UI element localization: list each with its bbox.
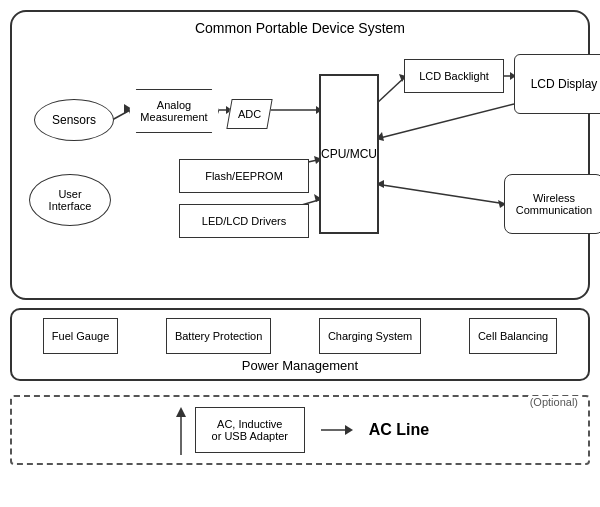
cpu-mcu-box: CPU/MCU (319, 74, 379, 234)
flash-eeprom-box: Flash/EEPROM (179, 159, 309, 193)
optional-box: (Optional) AC, Inductive or USB Adapter … (10, 395, 590, 465)
svg-line-0 (112, 109, 132, 120)
svg-line-14 (376, 104, 514, 139)
optional-inner: AC, Inductive or USB Adapter AC Line (24, 405, 576, 455)
arrow-to-ac-svg (317, 415, 357, 445)
svg-line-10 (376, 76, 406, 104)
power-management-box: Fuel Gauge Battery Protection Charging S… (10, 308, 590, 381)
wireless-communication-box: Wireless Communication (504, 174, 600, 234)
system-box: Common Portable Device System (10, 10, 590, 300)
up-arrow-svg (171, 405, 191, 455)
cell-balancing-box: Cell Balancing (469, 318, 557, 354)
lcd-backlight-box: LCD Backlight (404, 59, 504, 93)
svg-line-16 (376, 184, 506, 204)
power-items-row: Fuel Gauge Battery Protection Charging S… (22, 318, 578, 354)
adc-box: ADC (229, 99, 270, 129)
svg-marker-22 (345, 425, 353, 435)
fuel-gauge-box: Fuel Gauge (43, 318, 118, 354)
led-lcd-drivers-box: LED/LCD Drivers (179, 204, 309, 238)
ac-line-text: AC Line (369, 421, 429, 439)
charging-system-box: Charging System (319, 318, 421, 354)
system-title: Common Portable Device System (24, 20, 576, 36)
svg-marker-20 (176, 407, 186, 417)
battery-protection-box: Battery Protection (166, 318, 271, 354)
user-interface-box: User Interface (29, 174, 111, 226)
analog-measurement-box: Analog Measurement (129, 89, 219, 133)
system-diagram: Sensors User Interface Analog Measuremen… (24, 44, 600, 286)
optional-label: (Optional) (528, 396, 580, 408)
sensors-box: Sensors (34, 99, 114, 141)
lcd-display-box: LCD Display (514, 54, 600, 114)
power-title: Power Management (22, 358, 578, 373)
adapter-box: AC, Inductive or USB Adapter (195, 407, 305, 453)
